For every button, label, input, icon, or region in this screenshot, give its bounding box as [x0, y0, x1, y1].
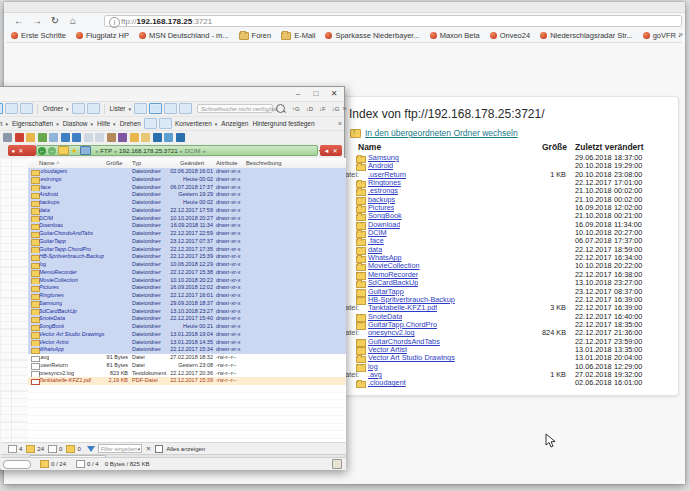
file-row[interactable]: GuitarChordsAndTabsDateiordner22.12.2017… [28, 230, 346, 238]
lister-details-icon[interactable] [149, 103, 162, 114]
back-icon[interactable]: ← [12, 14, 26, 28]
ftp-entry-link[interactable]: Tanktabelle-KFZ1.pdf [368, 304, 437, 312]
file-row[interactable]: DownloadDateiordner16.09.2018 11:34drwxr… [28, 222, 346, 230]
file-row[interactable]: DCIMDateiordner10.10.2018 20:27drwxr-xr-… [28, 215, 346, 223]
file-row[interactable]: SongBookDateiordnerHeute 00:21drwxr-xr-x [28, 323, 346, 331]
cut-icon[interactable] [3, 133, 12, 142]
delete-icon[interactable] [15, 133, 24, 142]
search-icon[interactable] [276, 104, 285, 113]
toolbar1-overflow-icon[interactable]: » [342, 105, 346, 112]
bookmark-item[interactable]: Erste Schritte [6, 30, 71, 42]
toolbar-button-anzeigen[interactable]: Anzeigen [219, 120, 250, 127]
column-name[interactable]: Name ˄ [39, 158, 59, 168]
ftp-entry-link[interactable]: SnoteData [368, 313, 402, 321]
toolbar-button-drehen[interactable]: Drehen [118, 120, 143, 127]
bookmark-item[interactable]: Foren [234, 30, 277, 42]
file-row[interactable]: PicturesDateiordner16.09.2018 12:02drwxr… [28, 284, 346, 292]
rotate-left-icon[interactable] [144, 118, 157, 129]
toolbar-button-konvertieren[interactable]: Konvertieren [173, 120, 214, 127]
file-row[interactable]: .cloudagentDateiordner02.06.2018 16:01dr… [28, 168, 346, 176]
computer-icon[interactable] [80, 146, 91, 155]
show-all-checkbox[interactable] [155, 445, 163, 453]
ftp-entry-link[interactable]: GuitarChordsAndTabs [368, 338, 440, 346]
file-row[interactable]: MemoRecorderDateiordner22.12.2017 15:38d… [28, 269, 346, 277]
ftp-entry-link[interactable]: SdCardBackUp [368, 279, 418, 287]
lister-content-icon[interactable] [179, 103, 192, 114]
column-attributes[interactable]: Attribute [216, 158, 238, 168]
split-vertical-icon[interactable] [72, 133, 81, 142]
new-document-icon[interactable] [84, 133, 93, 142]
view-thumbnails-icon[interactable] [5, 103, 18, 114]
close-icon[interactable]: ✕ [326, 88, 342, 100]
file-row[interactable]: onesyncv2.log823 KBTextdokument22.12.201… [28, 370, 346, 378]
bookmark-item[interactable]: Flugplatz HP [71, 30, 134, 42]
close-small-icon[interactable]: ✕ [332, 147, 337, 154]
ftp-entry-link[interactable]: Vector Artist [368, 346, 407, 354]
bookmark-item[interactable]: Maxon Beta [425, 30, 485, 42]
sort-button[interactable]: ↓G [329, 105, 343, 113]
folder-tree-panel[interactable] [1, 158, 29, 459]
toolbar-button-diashow[interactable]: Diashow [61, 120, 90, 127]
sort-button[interactable]: ↓F [316, 105, 329, 113]
ftp-entry-link[interactable]: Pictures [368, 204, 394, 212]
file-row[interactable]: .avg91 BytesDatei27.02.2018 18:32-rw-r--… [28, 354, 346, 362]
close-small-icon[interactable]: ✕ [18, 147, 23, 154]
ftp-entry-link[interactable]: Android [368, 162, 393, 170]
folder-tree-icon[interactable] [72, 103, 85, 114]
bookmark-item[interactable]: Onveo24 [485, 30, 535, 42]
ftp-entry-link[interactable]: .face [368, 237, 384, 245]
toolbar-button-hintergrundfestlegen[interactable]: Hintergrund festlegen [250, 120, 316, 127]
ftp-entry-link[interactable]: Download [368, 221, 400, 229]
quick-search-input[interactable]: Schnellsuche nicht verfügbar [197, 104, 273, 113]
sort-button[interactable]: ↓D [303, 105, 316, 113]
ftp-entry-link[interactable]: .cloudagent [368, 379, 406, 387]
folder-up-icon[interactable] [26, 133, 35, 142]
filter-input[interactable]: Filter eingeben [98, 444, 142, 453]
forward-icon[interactable]: → [30, 14, 44, 28]
toolbar-button-hilfe[interactable]: Hilfe [95, 120, 112, 127]
media-icon[interactable] [118, 133, 127, 142]
bookmarks-overflow-icon[interactable]: » [679, 30, 683, 39]
address-bar[interactable]: i ftp://192.168.178.25:3721 [104, 15, 682, 27]
column-size[interactable]: Größe [106, 158, 122, 168]
panel-right-icon[interactable] [176, 133, 185, 142]
ftp-entry-link[interactable]: SongBook [368, 212, 402, 220]
file-row[interactable]: SnoteDataDateiordner22.12.2017 15:40drwx… [28, 315, 346, 323]
back-icon[interactable]: ← [38, 147, 46, 155]
file-row[interactable]: SamsungDateiordner29.09.2018 18:37drwxr-… [28, 300, 346, 308]
file-row[interactable]: GuitarTappDateiordner23.12.2017 07:37drw… [28, 238, 346, 246]
ftp-entry-link[interactable]: WhatsApp [368, 254, 402, 262]
bookmark-item[interactable]: goVFR - airtime matte... [638, 30, 682, 42]
info-icon[interactable] [153, 133, 162, 142]
view-switch-icon[interactable] [49, 133, 58, 142]
eject-icon[interactable]: ◄ [324, 148, 330, 154]
file-row[interactable]: .userReturn81 BytesDateiGestern 23:08-rw… [28, 362, 346, 370]
toolbar-button-eigenschaften[interactable]: Eigenschaften [10, 120, 55, 127]
sort-button[interactable]: ↑G [289, 105, 303, 113]
lister-menu[interactable]: Lister [108, 105, 128, 112]
rotate-right-icon[interactable] [159, 118, 172, 129]
ftp-entry-link[interactable]: DCIM [368, 229, 387, 237]
file-row[interactable]: Tanktabelle-KFZ1.pdf2,19 KBPDF-Datei22.1… [28, 377, 346, 385]
ftp-disconnect-left[interactable]: ●✕ [8, 145, 36, 156]
ftp-entry-link[interactable]: data [368, 246, 382, 254]
lister-list-icon[interactable] [134, 103, 147, 114]
ftp-entry-link[interactable]: Ringtones [368, 179, 401, 187]
ftp-entry-link[interactable]: MovieCollection [368, 262, 420, 270]
maximize-icon[interactable]: □ [308, 88, 324, 100]
folder-icon[interactable] [58, 146, 69, 155]
toolbar-button-ffnen[interactable]: Öffnen [0, 120, 4, 127]
file-row[interactable]: HB-Spritverbrauch-BackupDateiordner22.12… [28, 253, 346, 261]
bookmark-item[interactable]: Sparkasse Niederbayer... [320, 30, 424, 42]
folder-pair-icon[interactable] [130, 133, 139, 142]
edit-icon[interactable] [107, 133, 116, 142]
column-modified[interactable]: Geändert [180, 158, 204, 168]
file-row[interactable]: backupsDateiordnerHeute 00:02drwxr-xr-x [28, 199, 346, 207]
file-row[interactable]: AndroidDateiordnerGestern 19:29drwxr-xr-… [28, 191, 346, 199]
breadcrumb-bar[interactable]: ← → ★ »FTP »192.168.178.25:3721 »DCIM » [36, 145, 318, 156]
ordner-menu[interactable]: Ordner [41, 105, 65, 112]
ftp-entry-link[interactable]: .estrongs [368, 187, 398, 195]
ftp-entry-link[interactable]: onesyncv2.log [368, 329, 415, 337]
file-row[interactable]: GuitarTapp.ChordProDateiordner22.12.2017… [28, 246, 346, 254]
column-type[interactable]: Typ [132, 158, 141, 168]
